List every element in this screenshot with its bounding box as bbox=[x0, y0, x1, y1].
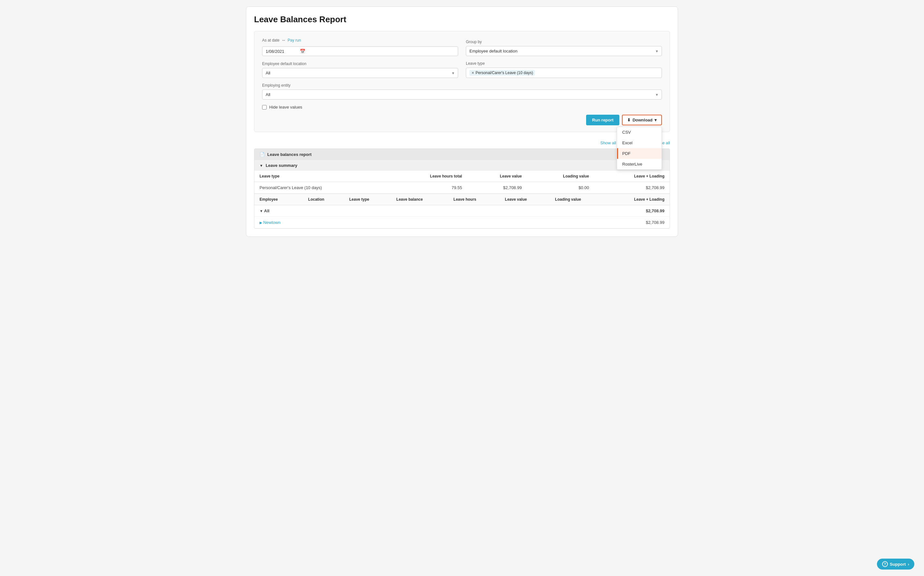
newtown-row-chevron-icon[interactable]: ▶ bbox=[260, 221, 262, 224]
summary-leave-loading: $2,708.99 bbox=[594, 182, 670, 194]
leave-summary-header[interactable]: ▼ Leave summary bbox=[254, 160, 670, 171]
detail-table-header-row: Employee Location Leave type Leave balan… bbox=[254, 194, 670, 205]
detail-location-row: ▶ Newtown $2,708.99 bbox=[254, 217, 670, 229]
run-report-button[interactable]: Run report bbox=[586, 115, 619, 125]
leave-type-tag: ✕ Personal/Carer's Leave (10 days) bbox=[469, 70, 535, 76]
detail-newtown-leave-hours bbox=[448, 217, 500, 229]
detail-newtown-leave-balance bbox=[391, 217, 448, 229]
col-employee: Employee bbox=[254, 194, 303, 205]
col-leave-balance: Leave balance bbox=[391, 194, 448, 205]
col-leave-value: Leave value bbox=[467, 171, 527, 182]
show-all-link[interactable]: Show all bbox=[600, 141, 616, 145]
hide-leave-row: Hide leave values bbox=[262, 105, 662, 110]
pay-run-icon: ↔ bbox=[281, 38, 286, 43]
detail-all-leave-type bbox=[344, 205, 391, 217]
show-all-row: Show all | Expand all / Collapse all bbox=[254, 137, 670, 149]
detail-all-loading-value bbox=[550, 205, 606, 217]
col-leave-type: Leave type bbox=[254, 171, 389, 182]
employing-entity-label: Employing entity bbox=[262, 83, 662, 88]
leave-tag-label: Personal/Carer's Leave (10 days) bbox=[476, 70, 533, 75]
download-dropdown: CSV Excel PDF RosterLive bbox=[617, 126, 662, 170]
detail-newtown-leave-type bbox=[344, 217, 391, 229]
summary-loading-value: $0.00 bbox=[527, 182, 594, 194]
download-option-pdf[interactable]: PDF bbox=[617, 148, 662, 159]
hide-leave-label: Hide leave values bbox=[269, 105, 302, 110]
download-option-excel[interactable]: Excel bbox=[617, 138, 662, 148]
leave-type-label: Leave type bbox=[466, 61, 662, 66]
group-by-select[interactable]: Employee default location bbox=[466, 46, 662, 56]
detail-all-leave-loading: $2,708.99 bbox=[606, 205, 670, 217]
download-label: Download bbox=[632, 118, 653, 122]
report-header-label: Leave balances report bbox=[267, 152, 311, 157]
col-detail-leave-loading: Leave + Loading bbox=[606, 194, 670, 205]
detail-all-row: ▼ All $2,708.99 bbox=[254, 205, 670, 217]
action-row: Run report ⬇ Download ▾ CSV Excel PDF Ro… bbox=[262, 115, 662, 125]
pay-run-link[interactable]: Pay run bbox=[287, 38, 301, 43]
col-location: Location bbox=[303, 194, 344, 205]
detail-all-employee: ▼ All bbox=[254, 205, 303, 217]
download-option-csv[interactable]: CSV bbox=[617, 127, 662, 138]
detail-newtown-location bbox=[303, 217, 344, 229]
summary-table-header-row: Leave type Leave hours total Leave value… bbox=[254, 171, 670, 182]
filter-panel: As at date ↔ Pay run 1/08/2021 📅 Group b… bbox=[254, 31, 670, 132]
leave-type-input[interactable]: ✕ Personal/Carer's Leave (10 days) bbox=[466, 68, 662, 78]
employing-entity-select-wrapper: All ▼ bbox=[262, 90, 662, 99]
detail-all-leave-hours bbox=[448, 205, 500, 217]
as-at-label: As at date bbox=[262, 38, 279, 43]
download-button[interactable]: ⬇ Download ▾ bbox=[622, 115, 662, 125]
detail-newtown-loading-value bbox=[550, 217, 606, 229]
summary-table-row: Personal/Carer's Leave (10 days) 79.55 $… bbox=[254, 182, 670, 194]
col-detail-leave-value: Leave value bbox=[500, 194, 550, 205]
leave-summary-chevron-icon: ▼ bbox=[260, 164, 263, 168]
report-section: 📄 Leave balances report ▼ Leave summary … bbox=[254, 149, 670, 229]
employee-location-label: Employee default location bbox=[262, 62, 458, 66]
report-header: 📄 Leave balances report bbox=[254, 149, 670, 160]
summary-leave-type: Personal/Carer's Leave (10 days) bbox=[254, 182, 389, 194]
summary-table-area: Leave type Leave hours total Leave value… bbox=[254, 171, 670, 194]
detail-all-location bbox=[303, 205, 344, 217]
detail-table-area: Employee Location Leave type Leave balan… bbox=[254, 194, 670, 229]
col-detail-loading-value: Loading value bbox=[550, 194, 606, 205]
date-input-wrapper: 1/08/2021 📅 bbox=[262, 46, 458, 56]
employee-location-select[interactable]: All bbox=[262, 68, 458, 78]
calendar-icon[interactable]: 📅 bbox=[300, 49, 305, 54]
download-chevron-icon: ▾ bbox=[654, 118, 657, 122]
group-by-select-wrapper: Employee default location ▼ bbox=[466, 46, 662, 56]
leave-tag-remove-icon[interactable]: ✕ bbox=[472, 71, 474, 75]
employee-location-select-wrapper: All ▼ bbox=[262, 68, 458, 78]
employing-entity-select[interactable]: All bbox=[262, 90, 662, 99]
col-detail-leave-type: Leave type bbox=[344, 194, 391, 205]
group-by-label: Group by bbox=[466, 40, 662, 44]
report-file-icon: 📄 bbox=[260, 152, 265, 157]
detail-all-leave-balance bbox=[391, 205, 448, 217]
detail-newtown-employee[interactable]: ▶ Newtown bbox=[254, 217, 303, 229]
detail-all-leave-value bbox=[500, 205, 550, 217]
detail-newtown-leave-loading: $2,708.99 bbox=[606, 217, 670, 229]
hide-leave-checkbox[interactable] bbox=[262, 105, 266, 110]
download-option-rosterlive[interactable]: RosterLive bbox=[617, 159, 662, 170]
col-loading-value: Loading value bbox=[527, 171, 594, 182]
col-leave-hours-total: Leave hours total bbox=[389, 171, 467, 182]
summary-hours-total: 79.55 bbox=[389, 182, 467, 194]
col-leave-hours: Leave hours bbox=[448, 194, 500, 205]
summary-leave-value: $2,708.99 bbox=[467, 182, 527, 194]
all-row-chevron-icon[interactable]: ▼ bbox=[260, 209, 263, 213]
detail-newtown-leave-value bbox=[500, 217, 550, 229]
leave-summary-label: Leave summary bbox=[266, 163, 297, 168]
download-icon: ⬇ bbox=[627, 118, 630, 122]
col-leave-loading: Leave + Loading bbox=[594, 171, 670, 182]
page-title: Leave Balances Report bbox=[254, 14, 670, 24]
date-input[interactable]: 1/08/2021 bbox=[266, 49, 298, 54]
